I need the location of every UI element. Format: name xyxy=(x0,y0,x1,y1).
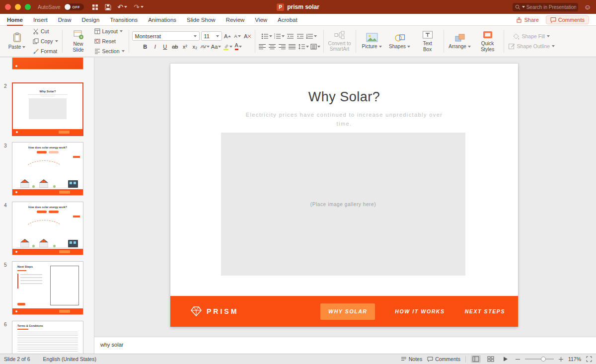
notes-toggle-button[interactable]: Notes xyxy=(401,356,422,362)
font-size-combo[interactable]: 11 xyxy=(201,31,222,41)
subscript-button[interactable]: x₂ xyxy=(191,42,199,51)
layout-button[interactable]: Layout xyxy=(93,27,126,36)
tab-draw[interactable]: Draw xyxy=(58,14,72,26)
cut-button[interactable]: Cut xyxy=(32,27,59,36)
mini-footer-bar xyxy=(12,189,83,195)
search-box[interactable] xyxy=(513,3,578,11)
font-color-button[interactable]: A xyxy=(234,42,242,51)
tab-transitions[interactable]: Transitions xyxy=(110,14,138,26)
fit-slide-to-window-button[interactable] xyxy=(586,356,592,362)
tab-insert[interactable]: Insert xyxy=(33,14,48,26)
slide-5-thumbnail[interactable]: Next Steps xyxy=(12,261,83,315)
nav-why-solar[interactable]: WHY SOLAR xyxy=(320,303,375,320)
tab-home[interactable]: Home xyxy=(7,14,23,26)
bold-button[interactable]: B xyxy=(141,42,149,51)
slideshow-view-button[interactable] xyxy=(501,355,511,363)
picture-button[interactable]: Picture xyxy=(359,33,385,50)
nav-next-steps[interactable]: NEXT STEPS xyxy=(465,308,505,314)
tab-slide-show[interactable]: Slide Show xyxy=(187,14,216,26)
shape-outline-button[interactable]: Shape Outline xyxy=(507,42,556,51)
redo-button[interactable] xyxy=(134,2,144,11)
zoom-percentage[interactable]: 117% xyxy=(568,356,581,362)
new-slide-button[interactable]: New Slide xyxy=(66,30,91,53)
align-right-button[interactable] xyxy=(278,42,287,51)
mini-active-nav-pill xyxy=(59,310,70,313)
align-center-button[interactable] xyxy=(268,42,277,51)
notes-text[interactable]: why solar xyxy=(100,342,123,348)
tab-animations[interactable]: Animations xyxy=(148,14,176,26)
slide-3-thumbnail[interactable]: How does solar energy work? xyxy=(12,142,83,196)
text-direction-button[interactable] xyxy=(306,31,317,41)
copy-button[interactable]: Copy xyxy=(32,37,59,46)
slide-4-thumbnail[interactable]: How does solar energy work? xyxy=(12,202,83,255)
increase-indent-button[interactable] xyxy=(296,31,304,41)
zoom-slider-thumb[interactable] xyxy=(541,357,546,362)
slide-footer-bar[interactable]: PRISM WHY SOLAR HOW IT WORKS NEXT STEPS xyxy=(170,296,518,327)
line-spacing-button[interactable] xyxy=(298,42,309,51)
text-highlight-button[interactable] xyxy=(223,42,232,51)
shape-fill-button[interactable]: Shape Fill xyxy=(512,32,551,41)
close-window-button[interactable] xyxy=(5,4,11,10)
align-left-button[interactable] xyxy=(258,42,267,51)
zoom-in-button[interactable] xyxy=(559,357,563,362)
shapes-button[interactable]: Shapes xyxy=(387,33,413,50)
underline-button[interactable]: U xyxy=(161,42,169,51)
clear-formatting-button[interactable]: A xyxy=(243,31,252,41)
image-gallery-placeholder[interactable]: (Place image gallery here) xyxy=(221,133,465,276)
character-spacing-button[interactable]: AV xyxy=(201,42,210,51)
increase-font-button[interactable]: A xyxy=(224,31,232,41)
zoom-window-button[interactable] xyxy=(25,4,31,10)
format-painter-button[interactable]: Format xyxy=(32,47,59,56)
minimize-window-button[interactable] xyxy=(15,4,21,10)
convert-to-smartart-button[interactable]: Convert to SmartArt xyxy=(327,31,353,52)
align-text-button[interactable] xyxy=(310,42,320,51)
nav-how-it-works[interactable]: HOW IT WORKS xyxy=(395,308,445,314)
tab-acrobat[interactable]: Acrobat xyxy=(278,14,298,26)
strikethrough-button[interactable]: ab xyxy=(171,42,179,51)
comments-toggle-button[interactable]: Comments xyxy=(427,356,460,362)
slide-1-thumbnail[interactable] xyxy=(12,58,83,70)
paste-button[interactable]: Paste xyxy=(4,32,30,50)
reset-button[interactable]: Reset xyxy=(93,37,126,46)
notes-pane[interactable]: why solar xyxy=(94,337,596,354)
normal-view-button[interactable] xyxy=(471,355,481,363)
search-input[interactable] xyxy=(526,4,576,10)
highlighter-icon xyxy=(223,43,229,50)
section-button[interactable]: Section xyxy=(93,47,126,56)
view-switcher-icon[interactable] xyxy=(92,4,98,10)
italic-button[interactable]: I xyxy=(151,42,159,51)
text-box-button[interactable]: Text Box xyxy=(415,30,441,52)
decrease-font-button[interactable]: A xyxy=(233,31,242,41)
font-name-combo[interactable]: Montserrat xyxy=(132,31,200,41)
superscript-button[interactable]: x² xyxy=(181,42,189,51)
decrease-indent-button[interactable] xyxy=(286,31,295,41)
tab-view[interactable]: View xyxy=(255,14,267,26)
comments-button[interactable]: Comments xyxy=(546,15,589,24)
slide-sorter-view-button[interactable] xyxy=(486,355,496,363)
zoom-slider[interactable] xyxy=(525,359,554,360)
bullets-button[interactable] xyxy=(261,31,272,41)
slide-6-thumbnail[interactable]: Terms & Conditions xyxy=(12,321,83,354)
change-case-button[interactable]: Aa xyxy=(211,42,221,51)
arrange-button[interactable]: Arrange xyxy=(447,33,473,50)
slide-canvas[interactable]: Why Solar? Electricity prices have conti… xyxy=(170,64,518,327)
tab-review[interactable]: Review xyxy=(226,14,245,26)
share-button[interactable]: Share xyxy=(516,17,538,23)
quick-styles-button[interactable]: Quick Styles xyxy=(475,30,501,52)
justify-button[interactable] xyxy=(288,42,297,51)
mini-image-placeholder xyxy=(29,98,67,119)
slide-2-thumbnail[interactable]: Why Solar? xyxy=(12,82,83,136)
feedback-smiley-icon[interactable] xyxy=(584,2,591,11)
numbering-button[interactable] xyxy=(274,31,285,41)
increase-font-arrow-icon xyxy=(228,35,231,37)
save-icon[interactable] xyxy=(105,4,111,10)
autosave-toggle[interactable]: OFF xyxy=(64,3,84,10)
slide-subtitle[interactable]: Electricity prices have continued to inc… xyxy=(170,110,518,128)
language-indicator[interactable]: English (United States) xyxy=(43,356,96,362)
slide-title[interactable]: Why Solar? xyxy=(170,89,518,105)
mini-toggle-pills xyxy=(12,211,83,213)
search-scope-caret-icon xyxy=(522,6,525,8)
zoom-out-button[interactable] xyxy=(516,357,520,362)
tab-design[interactable]: Design xyxy=(82,14,100,26)
undo-button[interactable] xyxy=(118,2,128,11)
